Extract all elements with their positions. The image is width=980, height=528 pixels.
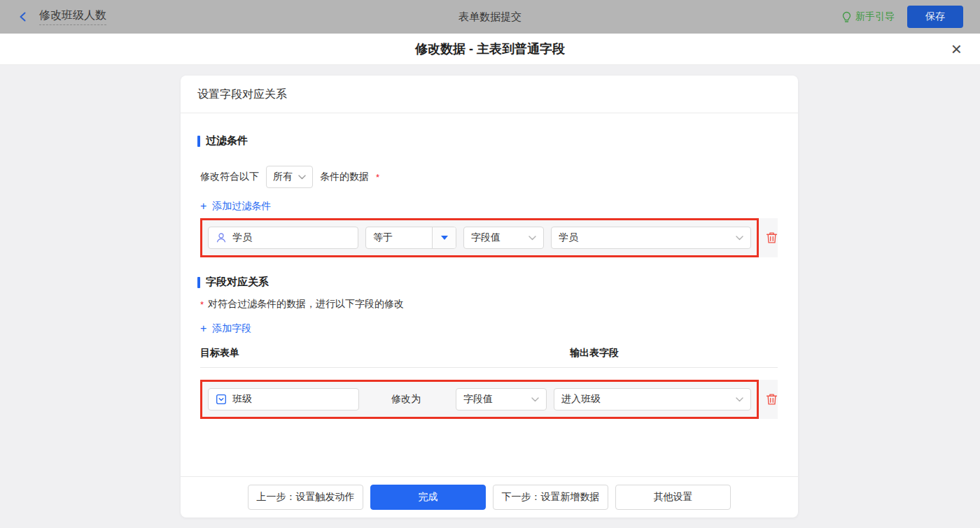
add-filter-condition-label: 添加过滤条件: [212, 200, 271, 213]
delete-mapping-row-button[interactable]: [766, 393, 778, 406]
filter-value-value: 学员: [559, 231, 578, 244]
mapping-section-label: 字段对应关系: [206, 276, 269, 289]
delete-filter-row-button[interactable]: [766, 231, 778, 244]
member-field-icon: [216, 232, 227, 243]
trash-icon: [766, 393, 778, 406]
output-field-column-label: 输出表字段: [570, 347, 619, 359]
lightbulb-icon: [841, 11, 852, 23]
caret-down-icon: [441, 236, 448, 240]
dropdown-field-icon: [216, 394, 227, 405]
add-field-label: 添加字段: [212, 322, 251, 335]
beginner-guide-label: 新手引导: [855, 10, 895, 23]
chevron-down-icon: [298, 175, 306, 180]
mapping-value-type-value: 字段值: [463, 393, 493, 406]
workflow-node-title: 表单数据提交: [0, 10, 980, 24]
match-mode-select[interactable]: 所有: [266, 166, 313, 188]
add-filter-condition-link[interactable]: + 添加过滤条件: [200, 200, 271, 213]
back-button[interactable]: [17, 10, 29, 23]
modal-body: 设置字段对应关系 过滤条件 修改符合以下 所有 条件的数据 * +: [0, 76, 980, 528]
top-toolbar: 表单数据提交 修改班级人数 新手引导 保存: [0, 0, 980, 34]
mapping-section-title: 字段对应关系: [197, 276, 783, 289]
done-button[interactable]: 完成: [370, 485, 486, 510]
match-condition-row: 修改符合以下 所有 条件的数据 *: [200, 166, 783, 188]
value-type-select[interactable]: 字段值: [463, 227, 544, 249]
mapping-row-highlight-box: 班级 修改为 字段值 进入班级: [200, 380, 759, 419]
chevron-down-icon: [736, 236, 743, 241]
filter-value-select[interactable]: 学员: [551, 227, 751, 249]
match-suffix-label: 条件的数据: [320, 171, 369, 183]
chevron-left-icon: [17, 10, 29, 23]
filter-condition-row: 学员 等于 字段值 学员: [200, 218, 778, 257]
next-step-button[interactable]: 下一步：设置新增数据: [493, 485, 608, 510]
modal-header: 修改数据 - 主表到普通字段 ×: [0, 34, 980, 65]
add-field-link[interactable]: + 添加字段: [200, 322, 251, 335]
mapping-description: * 对符合过滤条件的数据，进行以下字段的修改: [200, 298, 783, 311]
chevron-down-icon: [528, 236, 536, 241]
filter-field-input[interactable]: 学员: [208, 227, 358, 249]
mapping-description-text: 对符合过滤条件的数据，进行以下字段的修改: [208, 298, 404, 311]
value-type-value: 字段值: [471, 231, 500, 244]
mapping-columns-header: 目标表单 输出表字段: [200, 347, 778, 368]
match-mode-value: 所有: [273, 171, 293, 183]
field-mapping-row: 班级 修改为 字段值 进入班级: [200, 380, 778, 419]
chevron-down-icon: [736, 397, 743, 402]
plus-icon: +: [200, 201, 206, 212]
output-field-select[interactable]: 进入班级: [554, 388, 751, 411]
match-prefix-label: 修改符合以下: [200, 171, 259, 183]
page-title[interactable]: 修改班级人数: [39, 8, 106, 25]
target-form-column-label: 目标表单: [200, 347, 570, 359]
mapping-value-type-select[interactable]: 字段值: [456, 388, 547, 411]
required-asterisk: *: [200, 299, 204, 310]
card-header-title: 设置字段对应关系: [181, 76, 798, 113]
filter-section-label: 过滤条件: [206, 134, 248, 148]
field-mapping-card: 设置字段对应关系 过滤条件 修改符合以下 所有 条件的数据 * +: [181, 76, 798, 518]
chevron-down-icon: [531, 397, 539, 402]
close-icon[interactable]: ×: [951, 40, 962, 58]
other-settings-button[interactable]: 其他设置: [615, 485, 731, 510]
output-field-value: 进入班级: [561, 393, 601, 406]
prev-step-button[interactable]: 上一步：设置触发动作: [248, 485, 363, 510]
operator-caret-button[interactable]: [432, 227, 456, 248]
required-asterisk: *: [376, 172, 379, 183]
beginner-guide-link[interactable]: 新手引导: [841, 10, 895, 23]
modal-footer: 上一步：设置触发动作 完成 下一步：设置新增数据 其他设置: [181, 476, 798, 518]
filter-section-title: 过滤条件: [197, 134, 783, 148]
trash-icon: [766, 231, 778, 244]
operator-value: 等于: [366, 231, 426, 244]
operator-select[interactable]: 等于: [365, 227, 456, 249]
modal-title: 修改数据 - 主表到普通字段: [415, 41, 565, 57]
modify-to-label: 修改为: [391, 393, 421, 406]
filter-field-value: 学员: [232, 231, 252, 244]
save-button[interactable]: 保存: [907, 6, 963, 28]
plus-icon: +: [200, 323, 206, 334]
section-accent-bar: [197, 136, 200, 147]
section-accent-bar: [197, 277, 200, 288]
target-field-input[interactable]: 班级: [208, 388, 359, 411]
target-field-value: 班级: [232, 393, 252, 406]
filter-row-highlight-box: 学员 等于 字段值 学员: [200, 218, 759, 257]
